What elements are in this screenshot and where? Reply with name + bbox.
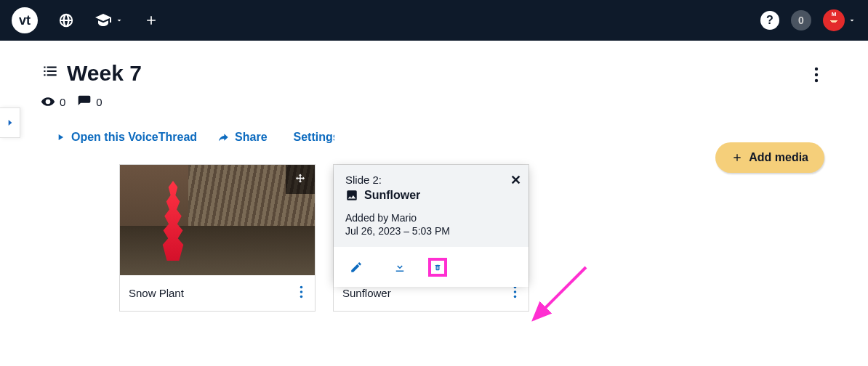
move-handle-icon[interactable] [286,165,315,194]
settings-link[interactable]: Settings [288,131,334,144]
share-link[interactable]: Share [217,131,267,144]
svg-point-7 [514,290,517,293]
top-nav: vt ? 0 [0,0,868,41]
popover-actions [334,247,529,287]
slide-footer: Snow Plant [120,275,315,311]
add-media-label: Add media [749,151,808,164]
svg-point-1 [815,73,818,76]
slide-card[interactable]: Snow Plant [119,164,316,312]
svg-point-5 [300,296,303,298]
open-thread-label: Open this VoiceThread [71,131,197,144]
slide-title: Snow Plant [129,287,184,299]
svg-point-4 [300,290,303,293]
add-media-button[interactable]: Add media [715,142,824,173]
popover-timestamp: Jul 26, 2023 – 5:03 PM [345,225,517,237]
slide-title: Sunflower [342,287,391,299]
graduation-icon[interactable] [95,12,124,29]
page-header: Week 7 0 0 [41,61,824,109]
popover-slide-number: Slide 2: [345,174,517,186]
svg-point-0 [815,68,818,70]
stats-row: 0 0 [41,94,142,109]
open-thread-link[interactable]: Open this VoiceThread [55,131,197,144]
user-menu[interactable] [823,9,856,31]
close-icon[interactable]: ✕ [510,172,521,188]
actions-row: Open this VoiceThread Share Settings [41,131,824,144]
views-stat: 0 [41,94,65,109]
popover-header: ✕ Slide 2: Sunflower Added by Mario Jul … [334,165,529,247]
slide-thumbnail [120,165,315,275]
download-icon[interactable] [390,258,409,277]
globe-icon[interactable] [58,12,74,28]
page-more-menu[interactable] [808,61,824,92]
avatar [823,9,845,31]
notification-count[interactable]: 0 [791,10,811,30]
edit-icon[interactable] [347,258,366,277]
popover-added-by: Added by Mario [345,212,517,224]
top-nav-right: ? 0 [760,9,856,31]
delete-icon[interactable] [428,258,447,277]
slides-grid: Snow Plant Sunflower ✕ Slide 2 [41,164,824,312]
popover-title-row: Sunflower [345,189,517,202]
comments-stat: 0 [77,94,102,109]
svg-point-3 [300,286,303,289]
settings-label: Settings [294,131,334,144]
slide-more-menu[interactable] [297,282,306,304]
main-content: Week 7 0 0 Open this VoiceThread [0,41,868,312]
popover-title: Sunflower [364,189,420,202]
views-count: 0 [60,96,65,108]
share-label: Share [235,131,267,144]
plus-icon[interactable] [144,13,158,28]
top-nav-left: vt [12,7,158,33]
page-title: Week 7 [67,61,142,86]
logo[interactable]: vt [12,7,38,33]
slide-popover: ✕ Slide 2: Sunflower Added by Mario Jul … [334,165,529,283]
comments-count: 0 [96,96,102,108]
title-row: Week 7 [41,61,142,86]
svg-point-8 [514,296,517,298]
slide-card[interactable]: Sunflower ✕ Slide 2: Sunflower Added by … [333,164,529,312]
svg-point-2 [815,79,818,82]
thread-icon [41,62,60,85]
help-button[interactable]: ? [760,11,779,30]
